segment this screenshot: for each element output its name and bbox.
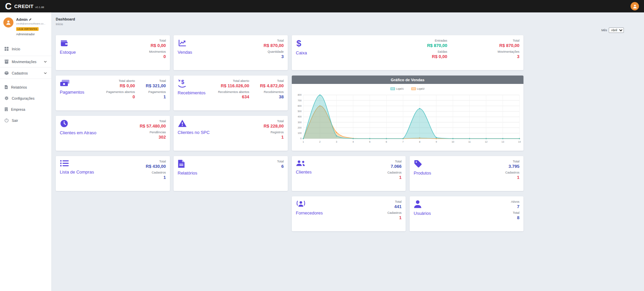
card-stats: TotalR$ 0,00 Movimentos0 xyxy=(149,39,166,67)
svg-text:6: 6 xyxy=(386,141,387,143)
card-usuarios[interactable]: Usuários Ativos7 Total8 xyxy=(410,196,523,231)
stat-value: 1 xyxy=(399,175,402,181)
vendas-chart-svg: 0100200300400500600700800123456789101112… xyxy=(293,85,522,149)
warning-triangle-icon xyxy=(178,119,187,128)
legend-item[interactable]: Loja01 xyxy=(391,88,404,91)
stat-label: Pagamentos abertos xyxy=(106,90,135,94)
sidebar-item-inicio[interactable]: Início xyxy=(0,43,51,54)
dollar-icon: $ xyxy=(296,39,302,48)
stat-label: Total xyxy=(513,39,519,43)
card-clientes[interactable]: Clientes Total7.066 Cadastros1 xyxy=(292,156,406,191)
stat-value: 441 xyxy=(394,204,402,210)
card-title: Estoque xyxy=(60,50,76,55)
stat-label: Total xyxy=(277,79,284,83)
stat-label: Movimentações xyxy=(498,50,519,54)
legend-item[interactable]: Loja02 xyxy=(412,88,425,91)
stat-label: Movimentos xyxy=(149,50,166,54)
month-select[interactable]: Abril xyxy=(609,28,624,33)
grid-icon xyxy=(4,47,9,51)
card-lista-de-compras[interactable]: Lista de Compras TotalR$ 430,00 Cadastro… xyxy=(56,156,170,191)
user-role: Administrador xyxy=(16,33,45,36)
stat-value: 1 xyxy=(399,215,402,221)
month-filter: Mês Abril xyxy=(56,28,624,33)
stat-label: Recebimentos xyxy=(264,90,284,94)
stat-value: 7.066 xyxy=(390,163,402,169)
card-title: Clientes em Atraso xyxy=(60,130,96,135)
svg-text:500: 500 xyxy=(297,110,302,112)
document-icon xyxy=(178,159,185,168)
card-title: Clientes no SPC xyxy=(178,130,210,135)
card-title: Caixa xyxy=(296,50,307,55)
pagamentos-icon xyxy=(60,79,70,87)
topbar: C CREDIT v0.1.88 xyxy=(0,0,644,12)
stat-label: Total xyxy=(277,159,284,163)
stat-value: 1 xyxy=(164,94,166,100)
svg-text:12: 12 xyxy=(485,141,488,143)
svg-text:2: 2 xyxy=(319,141,321,143)
svg-text:700: 700 xyxy=(297,99,302,102)
card-fornecedores[interactable]: Fornecedores Total441 Cadastros1 xyxy=(292,196,406,231)
stat-value: 0 xyxy=(133,94,135,100)
card-stats: TotalR$ 57.480,00 Pendências302 xyxy=(140,119,166,148)
stat-value: 1 xyxy=(281,134,284,140)
estoque-icon xyxy=(60,39,68,47)
sidebar-item-movimentacoes[interactable]: Movimentações xyxy=(0,56,51,67)
stat-label: Total xyxy=(277,39,284,43)
card-stats: Total abertoR$ 116.026,00 Recebimentos a… xyxy=(218,79,284,107)
svg-text:Loja01: Loja01 xyxy=(396,88,404,91)
card-title: Clientes xyxy=(296,169,312,175)
card-caixa[interactable]: $ Caixa EntradasR$ 870,00 SaídasR$ 0,00 … xyxy=(292,35,523,70)
sidebar-accordion-group: Movimentações Cadastros xyxy=(0,56,51,79)
sidebar-item-sair[interactable]: Sair xyxy=(0,115,51,126)
stat-label: Cadastros xyxy=(152,171,166,175)
card-clientes-no-spc[interactable]: Clientes no SPC TotalR$ 228,00 Registros… xyxy=(174,116,288,151)
app-version: v0.1.88 xyxy=(35,6,44,9)
clock-icon xyxy=(60,119,68,128)
sidebar-item-empresa[interactable]: Empresa xyxy=(0,104,51,115)
tag-icon xyxy=(414,159,422,168)
card-relatorios[interactable]: Relatórios Total6 xyxy=(174,156,288,191)
card-stats: Ativos7 Total8 xyxy=(511,200,519,228)
stat-label: Total xyxy=(395,200,402,204)
user-avatar-button[interactable] xyxy=(631,2,639,10)
user-name-text: Admin xyxy=(16,17,28,21)
sidebar-item-cadastros[interactable]: Cadastros xyxy=(0,67,51,79)
svg-text:800: 800 xyxy=(297,94,302,96)
stat-label: Total xyxy=(159,39,166,43)
stat-label: Total xyxy=(395,159,402,163)
svg-text:600: 600 xyxy=(297,105,302,107)
stat-value: R$ 57.480,00 xyxy=(140,123,166,129)
chevron-down-icon xyxy=(44,71,47,75)
svg-text:8: 8 xyxy=(419,141,420,143)
stat-value: 1 xyxy=(517,175,519,181)
cube-icon xyxy=(4,71,9,75)
edit-pencil-icon[interactable] xyxy=(29,18,32,21)
svg-text:3: 3 xyxy=(336,141,337,143)
recebimentos-icon: $ xyxy=(178,79,186,88)
card-produtos[interactable]: Produtos Total3.795 Cadastros1 xyxy=(410,156,523,191)
sidebar-item-relatorios[interactable]: Relatórios xyxy=(0,82,51,93)
app-logo: C xyxy=(5,1,12,12)
stat-value: R$ 0,00 xyxy=(432,54,447,60)
card-pagamentos[interactable]: Pagamentos Total abertoR$ 0,00 Pagamento… xyxy=(56,76,170,110)
store-badge: LOJA VERTENTES xyxy=(16,27,39,31)
stat-label: Total xyxy=(159,79,166,83)
card-recebimentos[interactable]: $ Recebimentos Total abertoR$ 116.026,00… xyxy=(174,76,288,110)
brand: C CREDIT v0.1.88 xyxy=(5,1,44,12)
power-icon xyxy=(4,118,9,123)
sidebar-user-block: Admin credit@anronsoftware.co... LOJA VE… xyxy=(0,12,51,39)
card-stats: Total6 xyxy=(277,159,284,188)
building-icon xyxy=(4,107,8,111)
card-estoque[interactable]: Estoque TotalR$ 0,00 Movimentos0 xyxy=(56,35,170,70)
sidebar-item-label: Configurações xyxy=(12,96,35,100)
sidebar-item-configuracoes[interactable]: Configurações xyxy=(0,93,51,104)
card-clientes-em-atraso[interactable]: Clientes em Atraso TotalR$ 57.480,00 Pen… xyxy=(56,116,170,151)
svg-text:400: 400 xyxy=(297,116,302,118)
stat-label: Total aberto xyxy=(233,79,249,83)
sidebar-item-label: Relatórios xyxy=(11,85,27,89)
stat-value: 302 xyxy=(158,134,166,140)
card-vendas[interactable]: Vendas TotalR$ 870,00 Quantidade3 xyxy=(174,35,288,70)
user-icon xyxy=(414,200,422,208)
svg-text:0: 0 xyxy=(300,138,302,140)
stat-label: Pagamentos xyxy=(148,90,166,94)
